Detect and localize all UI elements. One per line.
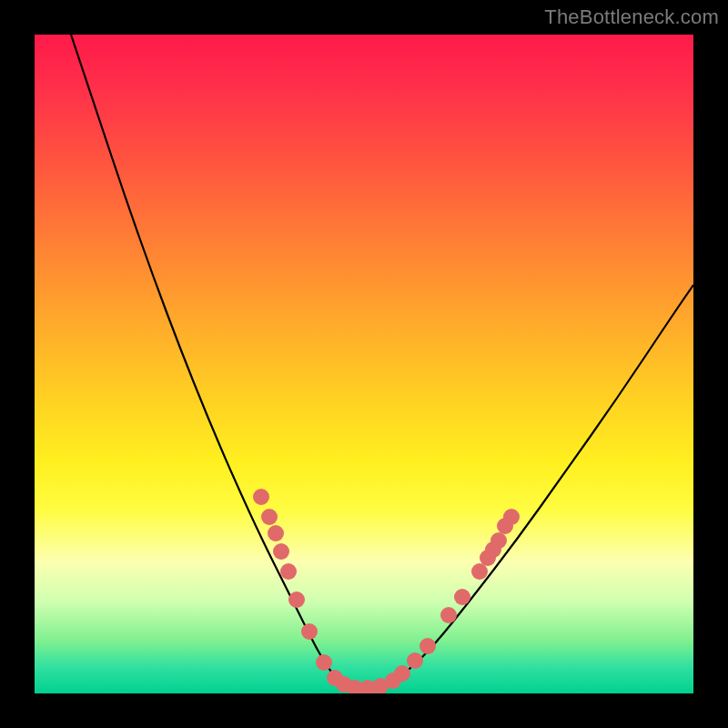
data-point bbox=[480, 550, 496, 566]
data-point bbox=[359, 680, 376, 693]
data-point bbox=[347, 680, 363, 693]
data-point bbox=[327, 670, 343, 686]
curve-path-group bbox=[71, 35, 693, 689]
data-point bbox=[497, 518, 513, 534]
watermark-text: TheBottleneck.com bbox=[544, 5, 719, 29]
data-point bbox=[273, 543, 289, 560]
data-point bbox=[420, 638, 436, 654]
data-point bbox=[336, 676, 352, 693]
data-point bbox=[454, 589, 470, 605]
data-point bbox=[440, 607, 457, 623]
data-point bbox=[280, 563, 297, 580]
data-point bbox=[503, 509, 520, 525]
data-point bbox=[490, 532, 507, 549]
data-point bbox=[261, 509, 278, 525]
data-point bbox=[372, 678, 389, 693]
data-point bbox=[316, 654, 332, 671]
data-point bbox=[288, 592, 305, 608]
data-point bbox=[253, 489, 269, 505]
data-point bbox=[471, 563, 488, 580]
bottleneck-curve bbox=[71, 35, 693, 689]
data-point bbox=[301, 623, 318, 640]
data-point bbox=[485, 541, 501, 558]
data-point bbox=[394, 665, 410, 682]
data-point bbox=[407, 652, 423, 669]
plot-area bbox=[35, 35, 693, 693]
chart-container: TheBottleneck.com bbox=[0, 0, 728, 728]
data-markers bbox=[253, 489, 520, 693]
data-point bbox=[385, 672, 401, 689]
curve-svg bbox=[35, 35, 693, 693]
data-point bbox=[268, 525, 284, 541]
